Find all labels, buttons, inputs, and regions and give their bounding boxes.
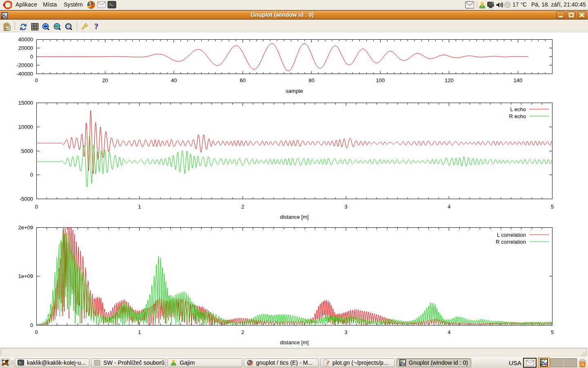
- svg-text:0: 0: [35, 329, 38, 335]
- svg-text:1: 1: [138, 204, 141, 210]
- svg-text:60: 60: [240, 77, 245, 83]
- svg-text:0: 0: [30, 322, 33, 328]
- svg-text:distance [m]: distance [m]: [280, 214, 309, 220]
- svg-text:L correlation: L correlation: [497, 232, 526, 238]
- svg-text:3: 3: [344, 204, 347, 210]
- svg-text:140: 140: [513, 77, 522, 83]
- svg-text:40: 40: [171, 77, 177, 83]
- svg-text:100: 100: [376, 77, 385, 83]
- svg-text:4: 4: [448, 204, 450, 210]
- svg-text:20: 20: [102, 77, 108, 83]
- svg-text:5: 5: [551, 329, 554, 335]
- svg-text:2: 2: [241, 329, 244, 335]
- svg-text:3: 3: [344, 329, 347, 335]
- svg-text:5000: 5000: [21, 148, 33, 154]
- svg-text:R correlation: R correlation: [496, 239, 526, 245]
- svg-text:20000: 20000: [18, 45, 33, 51]
- svg-text:10000: 10000: [18, 124, 33, 130]
- svg-text:distance [m]: distance [m]: [280, 339, 309, 346]
- svg-text:1: 1: [138, 329, 141, 335]
- svg-text:0: 0: [30, 54, 33, 60]
- svg-text:0: 0: [35, 77, 38, 83]
- svg-text:0: 0: [30, 172, 33, 178]
- svg-text:R echo: R echo: [509, 113, 526, 119]
- svg-text:-40000: -40000: [17, 71, 33, 77]
- svg-text:2e+09: 2e+09: [18, 224, 33, 231]
- svg-text:1e+09: 1e+09: [18, 273, 33, 279]
- svg-text:-20000: -20000: [17, 62, 33, 68]
- svg-text:40000: 40000: [18, 36, 33, 43]
- svg-text:sample: sample: [286, 88, 303, 94]
- svg-text:0: 0: [35, 204, 38, 210]
- svg-text:-5000: -5000: [20, 196, 33, 202]
- svg-text:15000: 15000: [18, 100, 33, 106]
- svg-text:?: ?: [94, 22, 98, 31]
- svg-text:L echo: L echo: [510, 106, 526, 112]
- svg-text:120: 120: [445, 77, 454, 83]
- svg-text:5: 5: [551, 204, 554, 210]
- svg-text:4: 4: [448, 329, 450, 335]
- svg-text:2: 2: [241, 204, 244, 210]
- svg-text:80: 80: [309, 77, 314, 83]
